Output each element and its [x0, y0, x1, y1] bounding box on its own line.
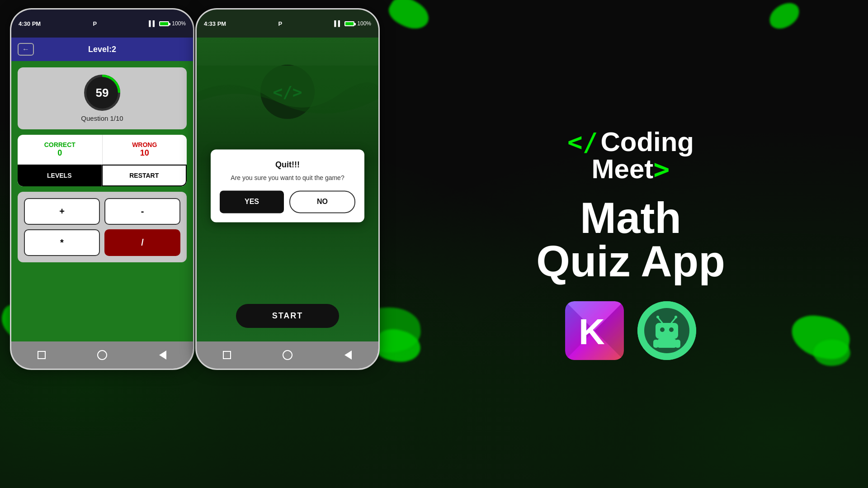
battery-icon-left	[159, 21, 169, 26]
back-button[interactable]: ←	[18, 43, 34, 56]
bottom-nav-right	[197, 341, 378, 369]
status-icons-right: ▌▌ 100%	[334, 20, 371, 27]
timer-circle: 59	[84, 75, 120, 111]
tech-logos-row: K	[565, 301, 696, 360]
kotlin-logo: K	[565, 301, 624, 360]
dialog-message: Are you sure you want to quit the game?	[220, 174, 355, 181]
logo-top-row: </ Coding	[567, 128, 694, 156]
dialog-title: Quit!!!	[220, 160, 355, 170]
score-card: CORRECT 0 WRONG 10 LEVELS RESTART	[18, 135, 187, 186]
action-row: LEVELS RESTART	[18, 165, 187, 186]
svg-point-12	[656, 316, 659, 318]
main-title: Math	[580, 196, 681, 240]
nav-square-button[interactable]	[35, 349, 48, 361]
time-left: 4:30 PM	[19, 20, 41, 27]
logo-meet-row: Meet >	[592, 156, 670, 183]
time-right: 4:33 PM	[204, 20, 226, 27]
multiply-operation-button[interactable]: *	[24, 229, 100, 256]
nav-square-icon	[38, 351, 46, 359]
yes-button[interactable]: YES	[220, 190, 284, 213]
wrong-label: WRONG	[107, 141, 183, 148]
nav-back-button-right[interactable]	[342, 349, 354, 361]
coding-meet-logo: </ Coding Meet >	[567, 128, 694, 183]
battery-icon-right	[344, 21, 354, 26]
correct-value: 0	[22, 148, 98, 158]
phone-left-content: 59 Question 1/10 CORRECT 0 WRONG 10 LEVE…	[11, 61, 193, 341]
branding-section: </ Coding Meet > Math Quiz App	[393, 0, 868, 488]
phone-right: 4:33 PM P ▌▌ 100% </> Quit!!! Are you su…	[195, 8, 380, 370]
wrong-value: 10	[107, 148, 183, 158]
status-bar-left: 4:30 PM P ▌▌ 100%	[11, 9, 193, 38]
status-bar-right: 4:33 PM P ▌▌ 100%	[197, 9, 378, 38]
svg-rect-7	[656, 323, 678, 339]
svg-point-8	[660, 327, 665, 332]
level-title: Level:2	[34, 45, 170, 54]
back-arrow-icon: ←	[22, 45, 29, 53]
nav-square-button-right[interactable]	[221, 349, 233, 361]
nav-square-icon-right	[223, 351, 231, 359]
android-studio-logo	[637, 301, 696, 360]
nav-back-button[interactable]	[156, 349, 169, 361]
svg-rect-14	[658, 339, 676, 348]
quit-dialog: Quit!!! Are you sure you want to quit th…	[211, 149, 364, 222]
question-label: Question 1/10	[81, 114, 123, 122]
nav-circle-icon	[97, 350, 107, 360]
svg-text:K: K	[579, 312, 605, 352]
android-studio-svg	[637, 301, 696, 360]
nav-triangle-icon	[159, 351, 166, 360]
svg-rect-15	[653, 340, 659, 348]
wrong-score-cell: WRONG 10	[103, 135, 187, 165]
phone-left: 4:30 PM P ▌▌ 100% ← Level:2 59 Question …	[10, 8, 194, 370]
subtract-operation-button[interactable]: -	[104, 198, 180, 225]
no-button[interactable]: NO	[289, 190, 355, 213]
correct-label: CORRECT	[22, 141, 98, 148]
divide-operation-button[interactable]: /	[104, 229, 180, 256]
start-button[interactable]: START	[236, 304, 340, 328]
correct-score-cell: CORRECT 0	[18, 135, 103, 165]
signal-icon-right: ▌▌	[334, 20, 342, 27]
wave-decoration	[197, 66, 380, 129]
battery-pct-left: 100%	[172, 20, 186, 27]
nav-triangle-icon-right	[344, 351, 352, 360]
bottom-nav-left	[11, 341, 193, 369]
svg-rect-16	[675, 340, 680, 348]
logo-arrow-icon: >	[653, 156, 670, 183]
logo-meet-text: Meet	[592, 156, 654, 183]
timer-card: 59 Question 1/10	[18, 67, 187, 129]
timer-value: 59	[96, 86, 109, 100]
restart-button[interactable]: RESTART	[102, 165, 187, 186]
nav-home-button[interactable]	[96, 349, 108, 361]
logo-coding-text: Coding	[600, 128, 694, 156]
logo-bracket-open: </	[567, 129, 598, 155]
add-operation-button[interactable]: +	[24, 198, 100, 225]
svg-point-13	[675, 316, 677, 318]
carrier-right: P	[278, 20, 282, 27]
score-row: CORRECT 0 WRONG 10	[18, 135, 187, 165]
levels-button[interactable]: LEVELS	[18, 165, 102, 186]
app-header: ← Level:2	[11, 38, 193, 61]
signal-icon-left: ▌▌	[149, 20, 156, 27]
sub-title: Quiz App	[536, 240, 725, 283]
phone-right-content: </> Quit!!! Are you sure you want to qui…	[197, 38, 378, 341]
nav-circle-icon-right	[283, 350, 292, 360]
dialog-buttons: YES NO	[220, 190, 355, 213]
operations-card: + - * /	[18, 192, 187, 262]
status-icons-left: ▌▌ 100%	[149, 20, 186, 27]
svg-point-9	[669, 327, 674, 332]
battery-pct-right: 100%	[357, 20, 371, 27]
kotlin-logo-svg: K	[565, 301, 624, 360]
nav-home-button-right[interactable]	[281, 349, 294, 361]
carrier-left: P	[93, 20, 97, 27]
